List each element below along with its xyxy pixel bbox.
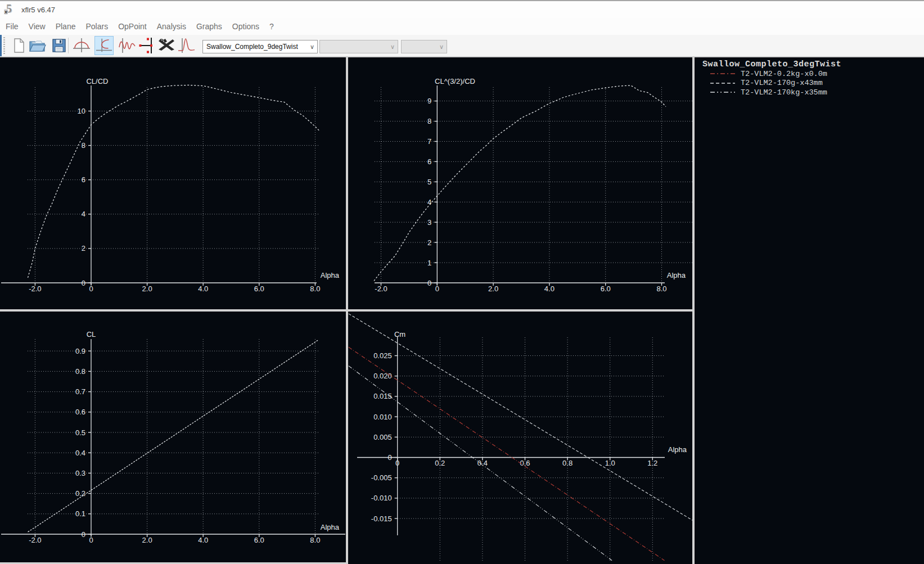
legend-entry-label: T2-VLM2-170g-x43mm: [741, 79, 823, 87]
menu-item-file[interactable]: File: [1, 18, 24, 35]
axes-points-icon: [139, 37, 156, 54]
legend-line-sample: [710, 72, 736, 75]
menu-item-polars[interactable]: Polars: [80, 18, 113, 35]
menu-item-oppoint[interactable]: OpPoint: [113, 18, 152, 35]
polar-view-icon: [95, 37, 113, 54]
window-title: xflr5 v6.47: [21, 6, 55, 14]
legend-line-sample: [710, 82, 736, 85]
legend-entry-label: T2-VLM2-0.2kg-x0.0m: [741, 70, 827, 78]
legend-entry: T2-VLM2-170g-x43mm: [710, 79, 841, 88]
legend-entry: T2-VLM2-170kg-x35mm: [710, 88, 841, 97]
title-bar: x 5 xflr5 v6.47: [0, 1, 924, 18]
menu-bar: FileViewPlanePolarsOpPointAnalysisGraphs…: [0, 18, 924, 35]
toolbar-accent: [0, 35, 2, 56]
graph-cl32cd-vs-alpha[interactable]: [348, 57, 692, 309]
foil-design-icon: [72, 37, 91, 54]
toolbar-drag-handle[interactable]: [3, 37, 5, 54]
polar-legend: Swallow_Completo_3degTwist T2-VLM2-0.2kg…: [702, 60, 841, 97]
plane-selector-value: Swallow_Completo_9degTwist: [203, 43, 307, 51]
open-folder-icon: [29, 38, 47, 53]
legend-entry: T2-VLM2-0.2kg-x0.0m: [710, 69, 841, 79]
toolbar-separator: [68, 38, 69, 53]
app-icon[interactable]: x 5: [4, 4, 16, 15]
chevron-down-icon: ∨: [307, 43, 317, 51]
save-floppy-icon: [52, 38, 66, 53]
new-project-button[interactable]: [10, 36, 29, 55]
graph-clcd-vs-alpha[interactable]: [1, 57, 346, 309]
menu-item-analysis[interactable]: Analysis: [152, 18, 191, 35]
lift-distribution-icon: [177, 37, 196, 54]
plane-design-view-button[interactable]: [157, 36, 176, 55]
stability-view-button[interactable]: [138, 36, 157, 55]
oppoint-selector-combo[interactable]: ∨: [401, 40, 447, 53]
polar-analysis-view-button[interactable]: [177, 36, 196, 55]
oppoint-view-button[interactable]: [118, 36, 137, 55]
menu-item-help[interactable]: ?: [264, 18, 279, 35]
legend-panel-splitter[interactable]: [692, 57, 695, 564]
open-project-button[interactable]: [28, 36, 47, 55]
xflr5-window: x 5 xflr5 v6.47 FileViewPlanePolarsOpPoi…: [0, 0, 924, 564]
foil-design-view-button[interactable]: [72, 36, 91, 55]
graph-cl-vs-alpha[interactable]: [1, 312, 346, 562]
polar-selector-combo[interactable]: ∨: [319, 40, 398, 53]
chevron-down-icon: ∨: [387, 43, 398, 51]
save-project-button[interactable]: [49, 36, 69, 55]
legend-entry-label: T2-VLM2-170kg-x35mm: [741, 88, 827, 97]
legend-line-sample: [710, 91, 736, 94]
menu-item-view[interactable]: View: [24, 18, 51, 35]
crossed-planes-icon: [157, 37, 176, 54]
plane-selector-combo[interactable]: Swallow_Completo_9degTwist ∨: [202, 40, 318, 53]
legend-plane-title: Swallow_Completo_3degTwist: [702, 60, 841, 69]
graph-cm-vs-alpha[interactable]: [348, 312, 692, 564]
polar-view-button[interactable]: [94, 36, 114, 55]
new-document-icon: [12, 38, 26, 53]
menu-item-plane[interactable]: Plane: [51, 18, 81, 35]
horizontal-splitter[interactable]: [0, 309, 692, 312]
chevron-down-icon: ∨: [436, 43, 447, 51]
menu-item-graphs[interactable]: Graphs: [191, 18, 227, 35]
cp-curve-icon: [118, 37, 137, 54]
menu-item-options[interactable]: Options: [227, 18, 264, 35]
